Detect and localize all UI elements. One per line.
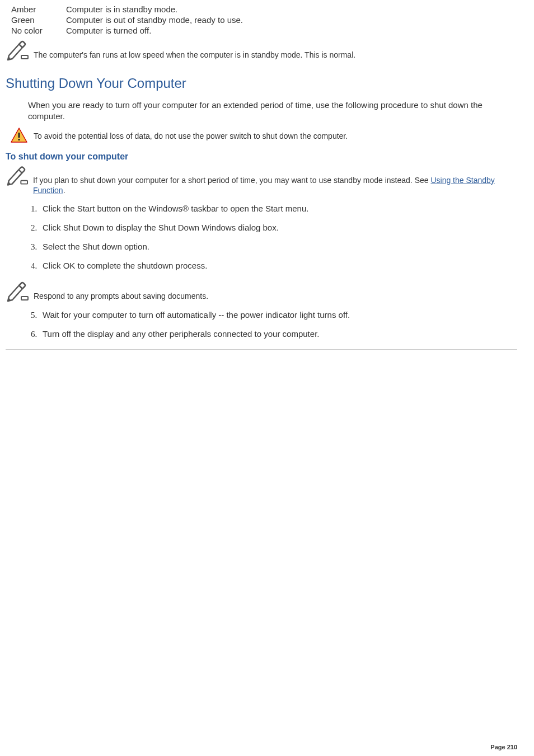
list-item: Select the Shut down option.: [39, 242, 517, 252]
svg-rect-0: [21, 55, 28, 59]
list-item: Click the Start button on the Windows® t…: [39, 204, 517, 214]
note-text: Respond to any prompts about saving docu…: [34, 280, 208, 302]
shutdown-steps-5-6: Wait for your computer to turn off autom…: [28, 310, 517, 339]
warning-icon: [10, 127, 28, 144]
table-row: Amber Computer is in standby mode.: [11, 4, 249, 15]
table-row: No color Computer is turned off.: [11, 26, 249, 36]
led-desc: Computer is in standby mode.: [66, 4, 249, 15]
warning-row: To avoid the potential loss of data, do …: [6, 126, 517, 144]
section-divider: [6, 349, 517, 350]
note-text: If you plan to shut down your computer f…: [33, 164, 517, 196]
page-number: Page 210: [490, 744, 517, 750]
list-item: Turn off the display and any other perip…: [39, 329, 517, 339]
svg-rect-1: [18, 133, 20, 138]
power-led-table: Amber Computer is in standby mode. Green…: [11, 4, 249, 36]
step-text: Select the Shut down option.: [43, 242, 149, 251]
step-text: Click the Start button on the Windows® t…: [43, 204, 308, 213]
pencil-note-icon: [6, 280, 30, 302]
svg-rect-4: [21, 297, 28, 300]
list-item: Wait for your computer to turn off autom…: [39, 310, 517, 320]
note-save-prompts: Respond to any prompts about saving docu…: [6, 280, 517, 302]
step-text: Turn off the display and any other perip…: [43, 329, 319, 339]
heading-shutting-down: Shutting Down Your Computer: [6, 76, 517, 91]
note-standby-fan: The computer's fan runs at low speed whe…: [6, 39, 517, 61]
pencil-note-icon: [6, 39, 30, 61]
table-row: Green Computer is out of standby mode, r…: [11, 15, 249, 26]
note-part-b: .: [63, 186, 65, 195]
shutdown-steps-1-4: Click the Start button on the Windows® t…: [28, 204, 517, 271]
svg-rect-2: [18, 139, 20, 140]
step-text: Wait for your computer to turn off autom…: [43, 310, 350, 320]
led-color: Amber: [11, 4, 66, 15]
step-text: Click OK to complete the shutdown proces…: [43, 261, 207, 270]
intro-paragraph: When you are ready to turn off your comp…: [28, 100, 512, 123]
led-desc: Computer is turned off.: [66, 26, 249, 36]
svg-rect-3: [21, 180, 27, 184]
note-part-a: If you plan to shut down your computer f…: [33, 176, 431, 185]
led-color: Green: [11, 15, 66, 26]
list-item: Click OK to complete the shutdown proces…: [39, 261, 517, 271]
note-standby-suggestion: If you plan to shut down your computer f…: [6, 164, 517, 196]
subheading-to-shut-down: To shut down your computer: [6, 152, 517, 162]
warning-text: To avoid the potential loss of data, do …: [34, 126, 348, 140]
pencil-note-icon: [6, 164, 30, 186]
step-text: Click Shut Down to display the Shut Down…: [43, 223, 279, 232]
note-text: The computer's fan runs at low speed whe…: [34, 39, 355, 60]
list-item: Click Shut Down to display the Shut Down…: [39, 223, 517, 233]
led-desc: Computer is out of standby mode, ready t…: [66, 15, 249, 26]
led-color: No color: [11, 26, 66, 36]
